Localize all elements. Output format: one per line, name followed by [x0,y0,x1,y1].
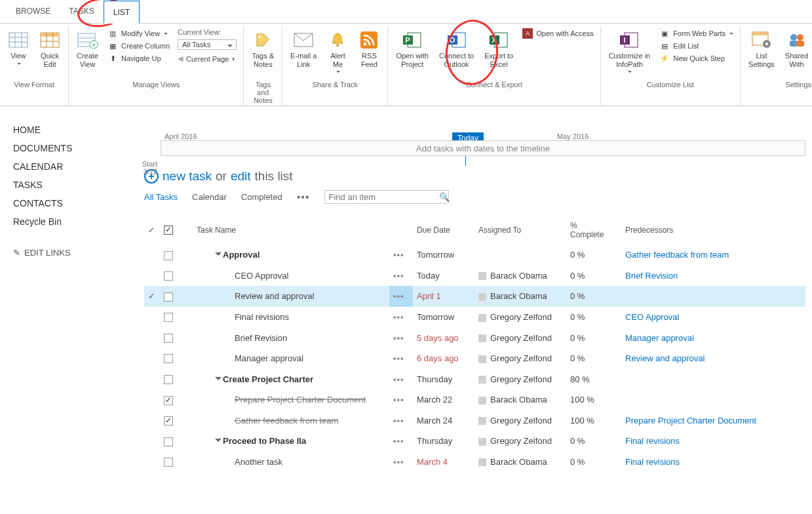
task-checkbox[interactable] [164,271,173,281]
sidebar-item-recycle-bin[interactable]: Recycle Bin [13,212,125,231]
customize-infopath-button[interactable]: I Customize in InfoPath [608,28,652,75]
tab-browse[interactable]: BROWSE [7,0,60,23]
new-task-link[interactable]: new task [163,169,212,184]
table-row[interactable]: CEO Approval•••TodayBarack Obama0 %Brief… [144,266,805,287]
collapse-caret-icon[interactable] [215,252,222,259]
view-button[interactable]: View [7,28,30,67]
task-name[interactable]: Prepare Project Charter Document [235,395,366,405]
task-name[interactable]: Review and approval [235,291,314,301]
row-menu-button[interactable]: ••• [389,431,413,452]
sidebar-item-contacts[interactable]: CONTACTS [13,194,125,212]
view-all-tasks[interactable]: All Tasks [144,192,178,202]
create-view-button[interactable]: + Create View [75,28,100,69]
predecessor-link[interactable]: CEO Approval [625,312,679,322]
open-with-project-button[interactable]: P Open with Project [395,28,430,69]
row-menu-button[interactable]: ••• [389,245,413,266]
views-more[interactable]: ••• [297,191,310,203]
predecessor-link[interactable]: Final revisions [625,457,680,467]
sidebar-item-tasks[interactable]: TASKS [13,176,125,194]
search-icon[interactable]: 🔍 [439,192,450,202]
row-menu-button[interactable]: ••• [389,410,413,431]
row-menu-button[interactable]: ••• [389,286,413,307]
assigned-to[interactable]: Barack Obama [490,395,547,405]
task-checkbox[interactable] [164,458,173,467]
collapse-caret-icon[interactable] [215,377,222,384]
export-to-excel-button[interactable]: X Export to Excel [483,28,514,69]
search-input[interactable] [329,192,439,202]
current-page-nav[interactable]: ◀ Current Page [178,54,237,63]
task-name[interactable]: Brief Revision [235,333,287,343]
tags-notes-button[interactable]: Tags & Notes [250,28,275,69]
row-menu-button[interactable]: ••• [389,452,413,473]
task-name[interactable]: Proceed to Phase IIa [223,436,306,446]
row-menu-button[interactable]: ••• [389,389,413,410]
tab-tasks[interactable]: TASKS [60,0,103,23]
navigate-up-button[interactable]: ⬆Navigate Up [107,53,170,64]
connect-to-outlook-button[interactable]: O Connect to Outlook [438,28,475,69]
assigned-to[interactable]: Barack Obama [490,271,547,281]
form-web-parts-button[interactable]: ▣Form Web Parts [659,28,733,39]
col-header-name[interactable]: Task Name [193,216,389,245]
row-menu-button[interactable]: ••• [389,348,413,369]
collapse-caret-icon[interactable] [215,439,222,445]
assigned-to[interactable]: Barack Obama [490,291,547,301]
quick-edit-button[interactable]: Quick Edit [38,28,62,69]
sidebar-item-home[interactable]: HOME [13,121,125,139]
shared-with-button[interactable]: Shared With [784,28,809,69]
predecessor-link[interactable]: Prepare Project Charter Document [625,416,756,425]
col-header-pred[interactable]: Predecessors [621,216,805,245]
task-name[interactable]: Final revisions [235,312,289,322]
view-completed[interactable]: Completed [241,192,282,202]
task-name[interactable]: Manager approval [235,353,303,363]
table-row[interactable]: Another task•••March 4Barack Obama0 %Fin… [144,452,805,473]
col-header-due[interactable]: Due Date [413,216,474,245]
create-column-button[interactable]: ▦Create Column [107,41,170,51]
task-name[interactable]: Another task [235,457,282,467]
predecessor-link[interactable]: Manager approval [625,333,694,343]
email-link-button[interactable]: E-mail a Link [289,28,318,69]
task-checkbox[interactable] [164,292,173,302]
row-menu-button[interactable]: ••• [389,368,413,389]
col-header-checkbox[interactable] [160,216,193,245]
task-checkbox[interactable] [164,313,173,322]
alert-me-button[interactable]: Alert Me [326,28,349,75]
predecessor-link[interactable]: Final revisions [625,436,680,446]
task-name[interactable]: Gather feedback from team [235,416,338,425]
task-checkbox[interactable] [164,437,173,446]
assigned-to[interactable]: Barack Obama [490,457,547,467]
task-checkbox[interactable] [164,334,173,343]
edit-list-link[interactable]: edit [231,169,251,184]
task-checkbox[interactable] [164,354,173,363]
modify-view-button[interactable]: ▥Modify View [107,28,170,39]
table-row[interactable]: Prepare Project Charter Document•••March… [144,389,805,410]
view-calendar[interactable]: Calendar [192,192,227,202]
assigned-to[interactable]: Gregory Zelfond [490,353,552,363]
table-row[interactable]: Brief Revision•••5 days agoGregory Zelfo… [144,327,805,348]
task-checkbox[interactable] [164,416,173,425]
task-checkbox[interactable] [164,251,173,260]
sidebar-item-documents[interactable]: DOCUMENTS [13,139,125,157]
table-row[interactable]: Proceed to Phase IIa•••ThursdayGregory Z… [144,431,805,452]
task-checkbox[interactable] [164,375,173,384]
rss-feed-button[interactable]: RSS Feed [357,28,381,69]
edit-links-button[interactable]: ✎EDIT LINKS [13,244,125,262]
open-with-access-button[interactable]: AOpen with Access [522,28,593,39]
sidebar-item-calendar[interactable]: CALENDAR [13,157,125,176]
predecessor-link[interactable]: Gather feedback from team [625,250,729,260]
table-row[interactable]: ✓Review and approval•••April 1Barack Oba… [144,286,805,307]
predecessor-link[interactable]: Review and approval [625,353,705,363]
row-menu-button[interactable]: ••• [389,307,413,328]
assigned-to[interactable]: Gregory Zelfond [490,374,552,384]
table-row[interactable]: Create Project Charter•••ThursdayGregory… [144,368,805,389]
table-row[interactable]: Approval•••Tomorrow0 %Gather feedback fr… [144,245,805,266]
edit-list-button[interactable]: ▤Edit List [659,41,733,51]
table-row[interactable]: Manager approval•••6 days agoGregory Zel… [144,348,805,369]
list-settings-button[interactable]: List Settings [747,28,776,69]
col-header-assigned[interactable]: Assigned To [474,216,566,245]
row-menu-button[interactable]: ••• [389,266,413,287]
predecessor-link[interactable]: Brief Revision [625,271,678,281]
table-row[interactable]: Gather feedback from team•••March 24Greg… [144,410,805,431]
new-quick-step-button[interactable]: ⚡New Quick Step [659,53,733,64]
assigned-to[interactable]: Gregory Zelfond [490,436,552,446]
col-header-pct[interactable]: % Complete [566,216,621,245]
